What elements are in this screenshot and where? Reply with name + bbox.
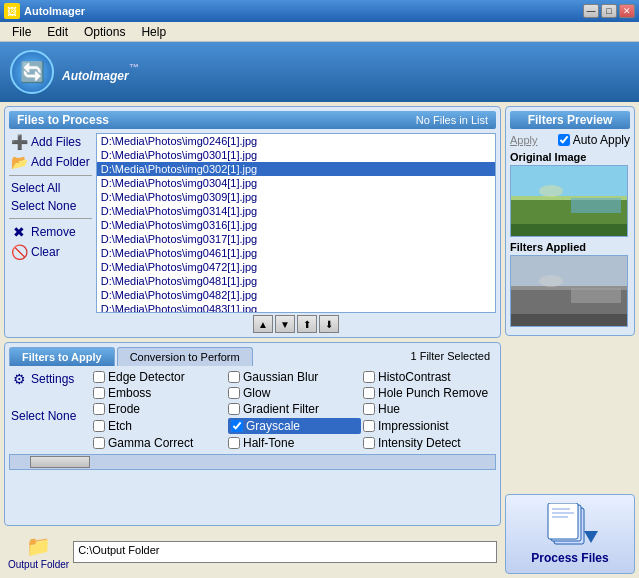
list-nav: ▲ ▼ ⬆ ⬇ xyxy=(96,315,496,333)
filter-item[interactable]: Hole Punch Remove xyxy=(363,386,496,400)
select-none-filter-button[interactable]: Select None xyxy=(9,408,89,424)
svg-rect-3 xyxy=(511,224,628,237)
filter-label: Glow xyxy=(243,386,270,400)
select-none-button-files[interactable]: Select None xyxy=(9,198,92,214)
select-all-button[interactable]: Select All xyxy=(9,180,92,196)
files-controls: ➕ Add Files 📂 Add Folder Select All Sele… xyxy=(9,133,92,333)
filter-item[interactable]: Gamma Correct xyxy=(93,436,226,450)
minimize-button[interactable]: — xyxy=(583,4,599,18)
filter-checkbox[interactable] xyxy=(228,437,240,449)
svg-rect-0 xyxy=(511,166,628,196)
list-item[interactable]: D:\Media\Photos\img0482[1].jpg xyxy=(97,288,495,302)
remove-button[interactable]: ✖ Remove xyxy=(9,223,92,241)
title-bar: 🖼 AutoImager — □ ✕ xyxy=(0,0,639,22)
filter-checkbox[interactable] xyxy=(363,371,375,383)
list-up-button[interactable]: ▲ xyxy=(253,315,273,333)
filter-item[interactable]: Gradient Filter xyxy=(228,402,361,416)
filter-checkbox[interactable] xyxy=(228,371,240,383)
filter-checkbox[interactable] xyxy=(231,420,243,432)
output-path[interactable]: C:\Output Folder xyxy=(73,541,497,563)
tab-filters[interactable]: Filters to Apply xyxy=(9,347,115,366)
list-item[interactable]: D:\Media\Photos\img0302[1].jpg xyxy=(97,162,495,176)
filter-label: Half-Tone xyxy=(243,436,294,450)
filter-scrollbar[interactable] xyxy=(9,454,496,470)
menu-options[interactable]: Options xyxy=(76,23,133,41)
list-bottom-button[interactable]: ⬇ xyxy=(319,315,339,333)
filter-checkbox[interactable] xyxy=(363,437,375,449)
svg-rect-17 xyxy=(552,512,574,514)
logo-area: 🔄 AutoImager™ xyxy=(0,42,639,102)
list-item[interactable]: D:\Media\Photos\img0483[1].jpg xyxy=(97,302,495,313)
filter-checkbox[interactable] xyxy=(93,403,105,415)
apply-button[interactable]: Apply xyxy=(510,134,538,146)
list-item[interactable]: D:\Media\Photos\img0461[1].jpg xyxy=(97,246,495,260)
filters-controls: ⚙ Settings Select None xyxy=(9,370,89,450)
list-item[interactable]: D:\Media\Photos\img0301[1].jpg xyxy=(97,148,495,162)
list-item[interactable]: D:\Media\Photos\img0314[1].jpg xyxy=(97,204,495,218)
list-down-button[interactable]: ▼ xyxy=(275,315,295,333)
filter-item[interactable]: Erode xyxy=(93,402,226,416)
original-label: Original Image xyxy=(510,151,630,163)
filter-item[interactable]: Edge Detector xyxy=(93,370,226,384)
auto-apply-row: Auto Apply xyxy=(558,133,630,147)
right-panel: Filters Preview Apply Auto Apply Origina… xyxy=(505,106,635,574)
filter-label: Hole Punch Remove xyxy=(378,386,488,400)
auto-apply-checkbox[interactable] xyxy=(558,134,570,146)
filter-label: Erode xyxy=(108,402,140,416)
file-list-container: D:\Media\Photos\img0246[1].jpgD:\Media\P… xyxy=(96,133,496,333)
filter-checkbox[interactable] xyxy=(363,387,375,399)
clear-button[interactable]: 🚫 Clear xyxy=(9,243,92,261)
files-section-header: Files to Process No Files in List xyxy=(9,111,496,129)
filter-checkbox[interactable] xyxy=(228,387,240,399)
tab-conversion[interactable]: Conversion to Perform xyxy=(117,347,253,366)
menu-file[interactable]: File xyxy=(4,23,39,41)
add-folder-button[interactable]: 📂 Add Folder xyxy=(9,153,92,171)
filter-item[interactable]: Gaussian Blur xyxy=(228,370,361,384)
process-files-button[interactable]: Process Files xyxy=(505,494,635,574)
filter-item[interactable]: Grayscale xyxy=(228,418,361,434)
filter-item[interactable]: Glow xyxy=(228,386,361,400)
filter-item[interactable]: Hue xyxy=(363,402,496,416)
logo-icon: 🔄 xyxy=(10,50,54,94)
filter-item[interactable]: Half-Tone xyxy=(228,436,361,450)
list-item[interactable]: D:\Media\Photos\img0309[1].jpg xyxy=(97,190,495,204)
list-item[interactable]: D:\Media\Photos\img0472[1].jpg xyxy=(97,260,495,274)
filter-checkbox[interactable] xyxy=(93,371,105,383)
files-status: No Files in List xyxy=(416,114,488,126)
scroll-thumb[interactable] xyxy=(30,456,90,468)
filter-label: Etch xyxy=(108,419,132,433)
list-item[interactable]: D:\Media\Photos\img0304[1].jpg xyxy=(97,176,495,190)
filter-checkbox[interactable] xyxy=(93,437,105,449)
output-section: 📁 Output Folder C:\Output Folder xyxy=(4,530,501,574)
output-folder-button[interactable]: 📁 Output Folder xyxy=(8,534,69,570)
file-list[interactable]: D:\Media\Photos\img0246[1].jpgD:\Media\P… xyxy=(96,133,496,313)
close-button[interactable]: ✕ xyxy=(619,4,635,18)
process-files-icon xyxy=(546,503,594,547)
filter-item[interactable]: HistoContrast xyxy=(363,370,496,384)
settings-button[interactable]: ⚙ Settings xyxy=(9,370,89,388)
filter-checkbox[interactable] xyxy=(228,403,240,415)
filter-checkbox[interactable] xyxy=(93,387,105,399)
svg-point-4 xyxy=(539,185,563,197)
filter-checkbox[interactable] xyxy=(363,403,375,415)
menu-help[interactable]: Help xyxy=(133,23,174,41)
filter-checkbox[interactable] xyxy=(93,420,105,432)
filter-checkbox[interactable] xyxy=(363,420,375,432)
auto-apply-label: Auto Apply xyxy=(573,133,630,147)
menu-edit[interactable]: Edit xyxy=(39,23,76,41)
list-item[interactable]: D:\Media\Photos\img0481[1].jpg xyxy=(97,274,495,288)
filter-item[interactable]: Impressionist xyxy=(363,418,496,434)
filter-item[interactable]: Intensity Detect xyxy=(363,436,496,450)
tabs-row: Filters to Apply Conversion to Perform 1… xyxy=(9,347,496,366)
add-files-button[interactable]: ➕ Add Files xyxy=(9,133,92,151)
list-top-button[interactable]: ⬆ xyxy=(297,315,317,333)
filter-label: Gradient Filter xyxy=(243,402,319,416)
filter-item[interactable]: Emboss xyxy=(93,386,226,400)
maximize-button[interactable]: □ xyxy=(601,4,617,18)
filter-label: Hue xyxy=(378,402,400,416)
list-item[interactable]: D:\Media\Photos\img0246[1].jpg xyxy=(97,134,495,148)
preview-section: Filters Preview Apply Auto Apply Origina… xyxy=(505,106,635,336)
list-item[interactable]: D:\Media\Photos\img0316[1].jpg xyxy=(97,218,495,232)
filter-item[interactable]: Etch xyxy=(93,418,226,434)
list-item[interactable]: D:\Media\Photos\img0317[1].jpg xyxy=(97,232,495,246)
